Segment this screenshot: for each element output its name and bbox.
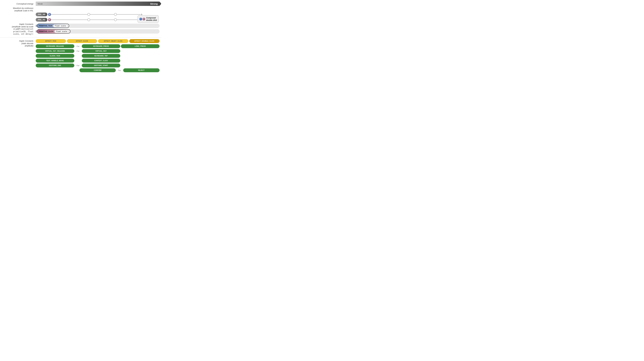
waveform-label-row: Waveform by continuousamplitude scale in… — [0, 7, 161, 12]
hal-h0-track[interactable]: S — [48, 14, 141, 15]
hal-h0-mid2 — [114, 13, 117, 16]
discrete-content: EFFECT_TICK EFFECT_CLICK EFFECT_HEAVY_CL… — [36, 39, 160, 73]
tick-pill-wrapper: PRIMITIVE_TICK float scale — [37, 24, 69, 28]
hal-h1-track[interactable]: S — [48, 20, 141, 20]
effect-tick-button[interactable]: EFFECT_TICK — [36, 39, 66, 43]
clock-tick-button[interactable]: CLOCK_TICK — [36, 54, 74, 58]
effect-double-click-button[interactable]: EFFECT_DOUBLE_CLICK — [129, 39, 160, 43]
primitive-click-pill: PRIMITIVE_CLICK float scale — [37, 29, 70, 34]
confirm-button[interactable]: CONFIRM — [80, 68, 116, 72]
composed-double-click-badge: Composeddouble click — [138, 15, 159, 23]
primitive-tick-row: PRIMITIVE_TICK float scale — [36, 24, 160, 28]
discrete-label: Haptic Constants(static discreteamplitud… — [2, 39, 36, 47]
primitive-tick-pill: PRIMITIVE_TICK float scale — [37, 24, 69, 28]
gesture-end-row: GESTURE_END Pair GESTURE_START — [36, 64, 160, 67]
hal-h0-row: HAL_H0 S — [36, 13, 141, 16]
virtual-key-release-row: VIRTUAL_KEY_RELEASE Pair VIRTUAL_KEY — [36, 49, 160, 53]
badge-dots — [139, 18, 145, 20]
keyboard-press-button[interactable]: KEYBOARD_PRESS — [82, 44, 120, 48]
keyboard-release-row: KEYBOARD_RELEASE Pair KEYBOARD_PRESS LON… — [36, 44, 160, 48]
waveform-label: Waveform by continuousamplitude scale in… — [2, 7, 36, 12]
effects-row: EFFECT_TICK EFFECT_CLICK EFFECT_HEAVY_CL… — [36, 39, 160, 43]
effect-click-button[interactable]: EFFECT_CLICK — [67, 39, 97, 43]
primitive-tick-track[interactable]: PRIMITIVE_TICK float scale — [37, 24, 160, 28]
pink-dot — [142, 18, 145, 20]
hal-h1-pill: HAL_H1 — [36, 18, 47, 22]
long-press-button[interactable]: LONG_PRESS — [121, 44, 160, 48]
hal-h1-start-dot: S — [48, 18, 51, 21]
pair-label-1: Pair — [75, 45, 81, 47]
conceptual-energy-row: Conceptual energy Weak Strong — [0, 2, 161, 6]
main-container: Conceptual energy Weak Strong Waveform b… — [0, 0, 161, 75]
reject-button[interactable]: REJECT — [123, 68, 160, 72]
gesture-end-button[interactable]: GESTURE_END — [36, 64, 74, 67]
primitive-tick-name: PRIMITIVE_TICK — [39, 25, 52, 27]
primitive-click-track[interactable]: PRIMITIVE_CLICK float scale — [37, 29, 160, 34]
composed-badge-text: Composeddouble click — [146, 17, 157, 21]
effect-heavy-click-button[interactable]: EFFECT_HEAVY_CLICK — [98, 39, 128, 43]
tick-nub — [36, 25, 37, 27]
click-nub — [36, 30, 37, 33]
primitive-tick-scale: float scale — [53, 24, 67, 27]
hal-rows-container: HAL_H0 S HAL_H1 S — [0, 13, 161, 23]
text-handle-row: TEXT_HANDLE_MOVE CONTEXT_CLICK — [36, 59, 160, 63]
hal-sliders-area: HAL_H0 S HAL_H1 S — [36, 13, 160, 23]
discrete-section: Haptic Constants(static discreteamplitud… — [0, 39, 161, 73]
clock-tick-row: CLOCK_TICK KEYBOARD_TAP — [36, 54, 160, 58]
context-click-button[interactable]: CONTEXT_CLICK — [82, 59, 120, 63]
hal-h0-start-dot: S — [48, 13, 51, 16]
virtual-key-button[interactable]: VIRTUAL_KEY — [82, 49, 120, 53]
weak-label: Weak — [38, 3, 43, 5]
primitive-section: Haptic Constants(amplitude varies by sca… — [0, 23, 161, 35]
hal-h1-row: HAL_H1 S Composeddouble click — [36, 18, 141, 22]
energy-bar: Weak Strong — [36, 2, 160, 6]
gesture-start-button[interactable]: GESTURE_START — [82, 64, 120, 67]
primitive-rows: PRIMITIVE_TICK float scale PRIMITIVE_CLI… — [36, 24, 160, 35]
confirm-row: CONFIRM Pair REJECT — [36, 68, 160, 72]
virtual-key-release-button[interactable]: VIRTUAL_KEY_RELEASE — [36, 49, 74, 53]
hal-h0-mid1 — [87, 13, 90, 16]
blue-dot — [139, 18, 142, 20]
text-handle-move-button[interactable]: TEXT_HANDLE_MOVE — [36, 59, 74, 63]
keyboard-release-button[interactable]: KEYBOARD_RELEASE — [36, 44, 74, 48]
primitive-click-row: PRIMITIVE_CLICK float scale — [36, 29, 160, 34]
conceptual-energy-label: Conceptual energy — [2, 3, 36, 5]
keyboard-tap-button[interactable]: KEYBOARD_TAP — [82, 54, 120, 58]
pair-label-5: Pair — [75, 65, 81, 67]
hal-h1-mid2 — [114, 18, 117, 21]
hal-h1-mid1 — [87, 18, 90, 21]
energy-bar-container: Weak Strong — [36, 2, 160, 6]
pair-label-2: Pair — [75, 50, 81, 52]
pair-label-confirm: Pair — [116, 70, 122, 71]
strong-label: Strong — [150, 3, 158, 5]
primitive-constants-label: Haptic Constants(amplitude varies by sca… — [2, 23, 36, 35]
primitive-click-scale: float scale — [54, 30, 68, 33]
primitive-click-name: PRIMITIVE_CLICK — [39, 31, 54, 32]
hal-h0-pill: HAL_H0 — [36, 13, 47, 16]
click-pill-wrapper: PRIMITIVE_CLICK float scale — [37, 29, 70, 34]
